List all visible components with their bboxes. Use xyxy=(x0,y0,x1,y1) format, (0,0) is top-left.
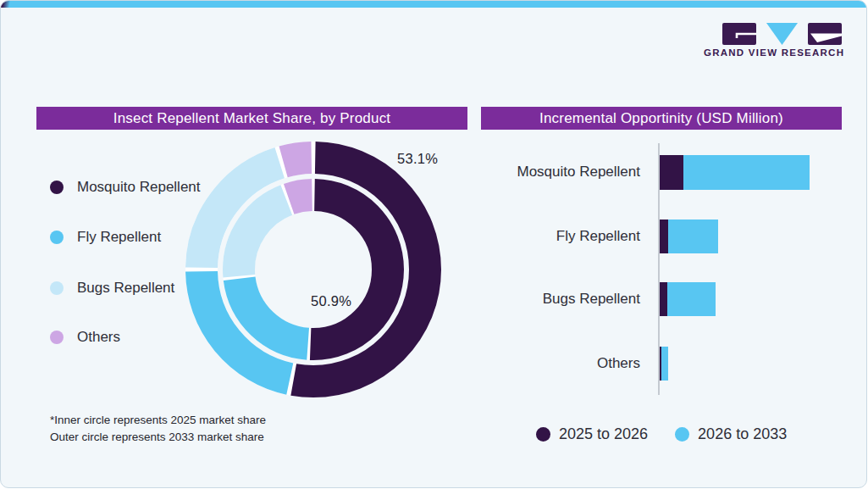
legend-item-others: Others xyxy=(50,329,120,346)
bar-category-label: Mosquito Repellent xyxy=(481,164,640,181)
gvr-logo: GRAND VIEW RESEARCH xyxy=(704,23,843,58)
legend-swatch-bugs xyxy=(50,281,64,295)
legend-swatch-mosquito xyxy=(50,181,64,194)
footnote-line-1: *Inner circle represents 2025 market sha… xyxy=(50,412,266,429)
bar-segment-2025-2026 xyxy=(660,282,667,316)
bar-legend-label: 2025 to 2026 xyxy=(559,425,648,443)
brand-name: GRAND VIEW RESEARCH xyxy=(704,47,843,58)
gvr-logo-mark xyxy=(722,23,842,45)
top-accent-bar xyxy=(1,1,866,8)
bar-category-label: Bugs Repellent xyxy=(481,291,640,308)
bar-category-label: Fly Repellent xyxy=(481,228,640,245)
bar-row xyxy=(660,282,716,316)
bar-category-label: Others xyxy=(481,355,640,372)
bar-segment-2026-2033 xyxy=(661,347,668,381)
bar-segment-2026-2033 xyxy=(667,282,716,316)
right-panel-title: Incremental Opportinity (USD Million) xyxy=(481,107,842,130)
bar-legend-item-2025-2026: 2025 to 2026 xyxy=(536,425,648,443)
bar-legend-label: 2026 to 2033 xyxy=(698,425,787,443)
donut-chart-area xyxy=(185,142,441,397)
bar-segment-2026-2033 xyxy=(683,155,810,190)
legend-item-bugs: Bugs Repellent xyxy=(50,280,174,297)
legend-label: Bugs Repellent xyxy=(77,280,174,297)
bar-legend-swatch-2025-2026 xyxy=(536,427,550,442)
footnote-line-2: Outer circle represents 2033 market shar… xyxy=(50,429,266,446)
outer-ring-value-label: 53.1% xyxy=(397,151,438,167)
legend-label: Others xyxy=(77,329,120,346)
report-card: GRAND VIEW RESEARCH Insect Repellent Mar… xyxy=(0,0,867,488)
bar-segment-2026-2033 xyxy=(668,219,718,253)
bar-row xyxy=(660,155,810,190)
bar-legend-swatch-2026-2033 xyxy=(675,427,689,442)
legend-item-fly: Fly Repellent xyxy=(50,229,161,246)
legend-label: Fly Repellent xyxy=(77,229,161,246)
left-panel-title: Insect Repellent Market Share, by Produc… xyxy=(36,107,467,130)
bar-row xyxy=(660,347,668,381)
bar-chart-legend: 2025 to 2026 2026 to 2033 xyxy=(536,425,787,443)
bar-segment-2025-2026 xyxy=(660,219,668,253)
bar-segment-2025-2026 xyxy=(660,155,683,190)
legend-swatch-fly xyxy=(50,231,64,244)
logo-v-triangle xyxy=(766,23,798,45)
bar-row xyxy=(660,219,718,253)
donut-footnote: *Inner circle represents 2025 market sha… xyxy=(50,412,266,446)
legend-label: Mosquito Repellent xyxy=(77,179,201,196)
bar-legend-item-2026-2033: 2026 to 2033 xyxy=(675,425,787,443)
inner-ring-value-label: 50.9% xyxy=(311,293,351,309)
legend-swatch-others xyxy=(50,331,64,344)
legend-item-mosquito: Mosquito Repellent xyxy=(50,179,201,196)
donut-chart xyxy=(185,142,441,397)
